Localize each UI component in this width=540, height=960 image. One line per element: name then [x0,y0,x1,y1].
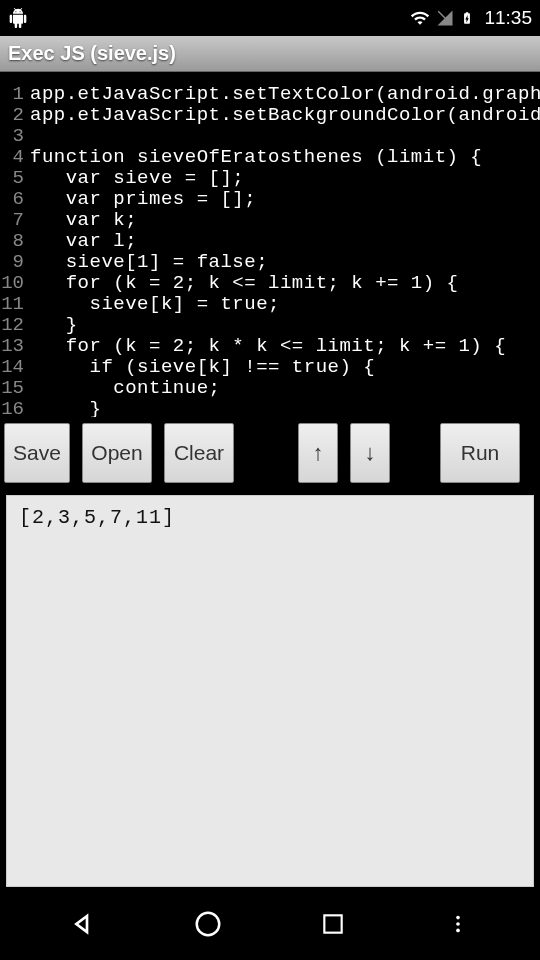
code-editor[interactable]: 1 2 3 4 5 6 7 8 9 10 11 12 13 14 15 16 a… [0,72,540,417]
navigation-bar [0,888,540,960]
output-panel[interactable]: [2,3,5,7,11] [6,495,534,887]
status-time: 11:35 [484,7,532,29]
svg-point-4 [456,922,460,926]
status-left [8,8,28,28]
run-button[interactable]: Run [440,423,520,483]
save-button[interactable]: Save [4,423,70,483]
scroll-down-button[interactable]: ↓ [350,423,390,483]
android-icon [8,8,28,28]
output-text: [2,3,5,7,11] [19,506,175,529]
svg-rect-2 [324,915,341,932]
line-gutter: 1 2 3 4 5 6 7 8 9 10 11 12 13 14 15 16 [0,84,30,417]
back-button[interactable] [63,904,103,944]
scroll-up-button[interactable]: ↑ [298,423,338,483]
status-bar: 11:35 [0,0,540,36]
status-right: 11:35 [410,7,532,29]
wifi-icon [410,8,430,28]
menu-button[interactable] [438,904,478,944]
svg-point-1 [196,913,219,936]
open-button[interactable]: Open [82,423,152,483]
battery-charging-icon [460,7,474,29]
app-title: Exec JS (sieve.js) [8,42,176,65]
app-bar: Exec JS (sieve.js) [0,36,540,72]
toolbar: Save Open Clear ↑ ↓ Run [0,417,540,489]
recent-apps-button[interactable] [313,904,353,944]
no-sim-icon [436,9,454,27]
code-content[interactable]: app.etJavaScript.setTextColor(android.gr… [30,84,540,417]
clear-button[interactable]: Clear [164,423,234,483]
svg-point-3 [456,916,460,920]
home-button[interactable] [188,904,228,944]
svg-point-5 [456,929,460,933]
